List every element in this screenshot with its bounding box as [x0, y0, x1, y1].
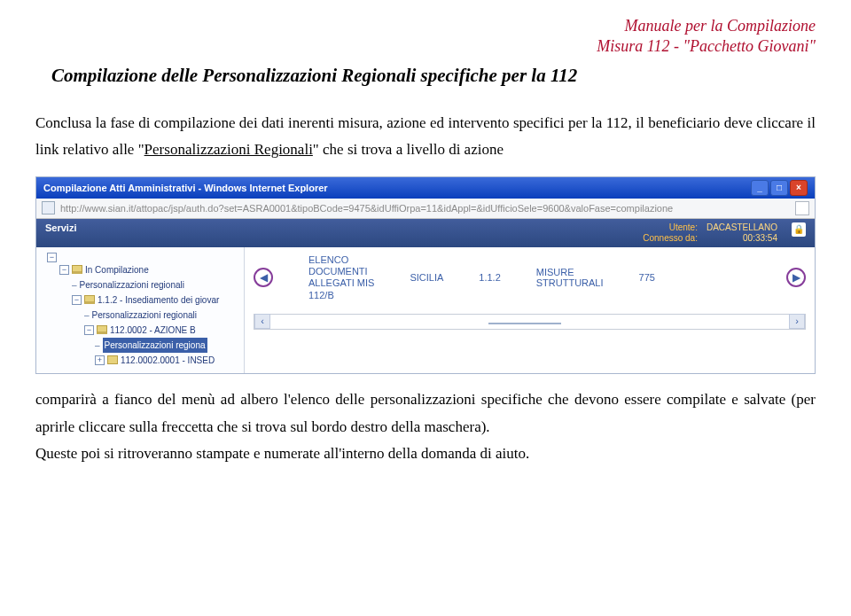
- scroll-thumb[interactable]: [488, 323, 561, 324]
- tree-label: Personalizzazioni regionali: [80, 277, 184, 292]
- col-ver: 1.1.2: [479, 272, 500, 283]
- screenshot-window: Compilazione Atti Amministrativi - Windo…: [35, 176, 816, 374]
- lock-icon[interactable]: 🔒: [792, 222, 806, 237]
- tree-root[interactable]: −: [40, 253, 240, 262]
- tree-label: Personalizzazioni regionali: [92, 308, 197, 323]
- page-icon: [42, 201, 55, 214]
- content-area: ◀ ELENCO DOCUMENTI ALLEGATI MIS 112/B SI…: [245, 247, 815, 373]
- window-maximize-button[interactable]: □: [770, 180, 788, 196]
- expand-icon[interactable]: +: [95, 355, 105, 365]
- refresh-icon[interactable]: [795, 201, 809, 215]
- triangle-right-icon: ▶: [792, 271, 800, 284]
- dash-icon: –: [84, 308, 90, 323]
- collapse-icon[interactable]: −: [72, 295, 82, 305]
- dash-icon: –: [72, 277, 77, 292]
- intro-paragraph: Conclusa la fase di compilazione dei dat…: [35, 110, 816, 164]
- servizi-label[interactable]: Servizi: [45, 222, 76, 244]
- outro-paragraph-1: comparirà a fianco del menù ad albero l'…: [35, 386, 816, 441]
- tree-item-112[interactable]: − 1.1.2 - Insediamento dei giovar: [40, 292, 240, 308]
- window-title: Compilazione Atti Amministrativi - Windo…: [43, 183, 328, 193]
- tree-item-pers-reg-selected[interactable]: – Personalizzazioni regiona: [40, 338, 240, 353]
- col-misure: MISURE STRUTTURALI: [536, 267, 604, 288]
- utente-label: Utente:: [643, 222, 698, 233]
- folder-icon: [107, 355, 118, 364]
- tree-item-insed[interactable]: + 112.0002.0001 - INSED: [40, 353, 240, 368]
- doc-header-line2: Misura 112 - "Pacchetto Giovani": [35, 36, 816, 57]
- collapse-icon[interactable]: −: [59, 265, 69, 275]
- tree-menu: − − In Compilazione – Personalizzazioni …: [36, 247, 245, 373]
- arrow-right-circle[interactable]: ▶: [786, 268, 806, 287]
- folder-open-icon: [72, 265, 82, 274]
- triangle-left-icon: ◀: [260, 271, 268, 284]
- section-title: Compilazione delle Personalizzazioni Reg…: [51, 65, 816, 87]
- scroll-right-button[interactable]: ›: [789, 314, 805, 329]
- tree-label: 1.1.2 - Insediamento dei giovar: [98, 292, 219, 308]
- tree-label: 112.0002.0001 - INSED: [121, 353, 215, 368]
- collapse-icon[interactable]: −: [47, 253, 57, 262]
- col-regione: SICILIA: [410, 272, 443, 283]
- collapse-icon[interactable]: −: [84, 325, 94, 335]
- tree-item-pers-reg-2[interactable]: – Personalizzazioni regionali: [40, 308, 240, 323]
- address-bar: http://www.sian.it/attopac/jsp/auth.do?s…: [36, 199, 815, 219]
- user-info: Utente: Connesso da: DACASTELLANO 00:33:…: [643, 222, 806, 244]
- outro-paragraph-2: Queste poi si ritroveranno stampate e nu…: [35, 441, 816, 468]
- window-titlebar: Compilazione Atti Amministrativi - Windo…: [36, 177, 815, 199]
- tree-label: In Compilazione: [85, 262, 149, 277]
- scroll-left-button[interactable]: ‹: [254, 314, 270, 329]
- tree-label: 112.0002 - AZIONE B: [110, 323, 196, 338]
- doc-header-line1: Manuale per la Compilazione: [35, 16, 816, 36]
- folder-open-icon: [84, 295, 95, 304]
- intro-part-b: " che si trova a livello di azione: [313, 141, 504, 158]
- folder-open-icon: [97, 325, 107, 334]
- col-num: 775: [639, 272, 655, 283]
- connesso-value: 00:33:54: [707, 233, 777, 244]
- horizontal-scrollbar[interactable]: ‹ ›: [254, 314, 806, 330]
- tree-item-compilazione[interactable]: − In Compilazione: [40, 262, 240, 277]
- col-elenco: ELENCO DOCUMENTI ALLEGATI MIS 112/B: [308, 254, 374, 301]
- tree-label-selected: Personalizzazioni regiona: [103, 338, 207, 353]
- tree-item-pers-reg-1[interactable]: – Personalizzazioni regionali: [40, 277, 240, 292]
- service-bar: Servizi Utente: Connesso da: DACASTELLAN…: [36, 219, 815, 247]
- window-close-button[interactable]: ×: [790, 180, 808, 196]
- tree-item-azione-b[interactable]: − 112.0002 - AZIONE B: [40, 323, 240, 338]
- detail-row: ◀ ELENCO DOCUMENTI ALLEGATI MIS 112/B SI…: [254, 254, 806, 301]
- url-field[interactable]: http://www.sian.it/attopac/jsp/auth.do?s…: [60, 203, 790, 214]
- intro-link-text: Personalizzazioni Regionali: [144, 141, 313, 158]
- arrow-left-circle[interactable]: ◀: [254, 268, 273, 287]
- dash-icon: –: [95, 338, 100, 353]
- utente-value: DACASTELLANO: [707, 222, 777, 233]
- connesso-label: Connesso da:: [643, 233, 698, 244]
- window-minimize-button[interactable]: _: [751, 180, 769, 196]
